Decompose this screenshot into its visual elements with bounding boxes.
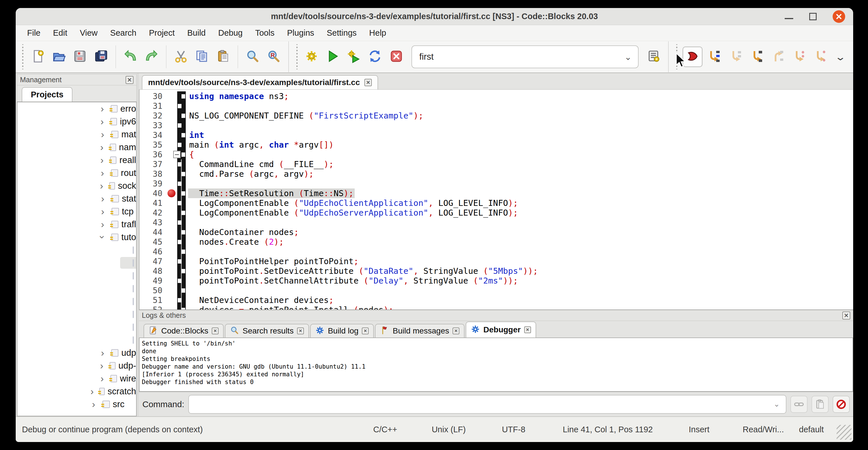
title-bar[interactable]: mnt/dev/tools/source/ns-3-dev/examples/t… — [16, 8, 853, 25]
find-button[interactable] — [243, 48, 262, 66]
run-button[interactable] — [323, 48, 342, 66]
breakpoint-margin[interactable] — [167, 257, 177, 266]
resize-grip[interactable] — [837, 425, 851, 440]
code-line-47[interactable]: 47 PointToPointHelper pointToPoint; — [140, 257, 853, 266]
tree-collapse-icon[interactable]: › — [97, 233, 108, 242]
breakpoint-margin[interactable] — [167, 237, 177, 247]
log-tab-code-blocks[interactable]: Code::Blocks✕ — [144, 324, 224, 337]
tree-item-stat[interactable]: ›stat — [18, 192, 136, 205]
code-line-39[interactable]: 39 — [140, 179, 853, 188]
tree-expand-icon[interactable]: › — [89, 399, 98, 410]
tree-item-he[interactable]: he — [18, 282, 136, 295]
code-line-37[interactable]: 37 CommandLine cmd (__FILE__); — [140, 159, 853, 169]
tree-item-udp[interactable]: ›udp — [18, 347, 136, 359]
tree-expand-icon[interactable]: › — [89, 386, 95, 397]
code-line-52[interactable]: 52 devices = pointToPoint.Install (nodes… — [140, 305, 853, 309]
copy-button[interactable] — [193, 48, 211, 66]
breakpoint-margin[interactable] — [167, 188, 177, 198]
menu-edit[interactable]: Edit — [47, 27, 73, 39]
breakpoint-margin[interactable] — [167, 169, 177, 179]
logs-close-icon[interactable]: ✕ — [842, 311, 850, 320]
command-input[interactable]: ⌄ — [188, 395, 786, 414]
breakpoint-margin[interactable] — [167, 130, 177, 140]
code-line-33[interactable]: 33 — [140, 120, 853, 130]
breakpoint-margin[interactable] — [167, 198, 177, 208]
management-close-icon[interactable]: ✕ — [126, 76, 133, 84]
tree-item-fif[interactable]: fif — [18, 244, 136, 257]
log-tab-close-icon[interactable]: ✕ — [524, 326, 531, 333]
editor-tab-close-icon[interactable]: ✕ — [364, 79, 372, 86]
log-tab-debugger[interactable]: Debugger✕ — [466, 322, 536, 337]
log-tab-close-icon[interactable]: ✕ — [212, 328, 219, 334]
code-line-51[interactable]: 51 NetDeviceContainer devices; — [140, 295, 853, 305]
tree-item-six[interactable]: six — [18, 321, 136, 333]
next-line-button[interactable] — [726, 48, 745, 66]
breakpoint-margin[interactable] — [167, 208, 177, 217]
breakpoint-margin[interactable] — [167, 295, 177, 305]
undo-button[interactable] — [121, 48, 140, 66]
code-editor[interactable]: 30using namespace ns3;3132NS_LOG_COMPONE… — [139, 90, 853, 309]
tree-item-ipv6[interactable]: ›ipv6 — [18, 115, 136, 128]
tree-expand-icon[interactable]: › — [98, 219, 107, 230]
menu-view[interactable]: View — [73, 27, 104, 39]
menu-search[interactable]: Search — [104, 27, 143, 39]
log-tab-close-icon[interactable]: ✕ — [297, 328, 304, 334]
breakpoint-margin[interactable] — [167, 247, 177, 257]
tree-expand-icon[interactable]: › — [98, 206, 107, 217]
menu-build[interactable]: Build — [181, 27, 212, 39]
tree-item-wire[interactable]: ›wire — [18, 372, 136, 385]
breakpoint-margin[interactable] — [167, 91, 177, 101]
tree-expand-icon[interactable]: › — [98, 360, 105, 371]
next-instruction-button[interactable] — [790, 48, 808, 66]
stop-red-button[interactable] — [833, 396, 850, 413]
redo-button[interactable] — [143, 48, 161, 66]
tree-item-rout[interactable]: ›rout — [18, 167, 136, 179]
code-line-45[interactable]: 45 nodes.Create (2); — [140, 237, 853, 247]
code-line-30[interactable]: 30using namespace ns3; — [140, 91, 853, 101]
menu-debug[interactable]: Debug — [212, 27, 249, 39]
breakpoint-margin[interactable] — [167, 120, 177, 130]
code-line-48[interactable]: 48 pointToPoint.SetDeviceAttribute ("Dat… — [140, 266, 853, 276]
code-line-43[interactable]: 43 — [140, 217, 853, 227]
tree-item-se[interactable]: se — [18, 308, 136, 321]
breakpoint-margin[interactable] — [167, 276, 177, 286]
step-out-button[interactable] — [769, 48, 787, 66]
tree-expand-icon[interactable]: › — [98, 116, 106, 127]
tree-item-th[interactable]: th — [18, 333, 136, 347]
replace-button[interactable]: R — [265, 48, 283, 66]
tree-expand-icon[interactable]: › — [98, 180, 105, 191]
tree-item-se[interactable]: se — [18, 295, 136, 308]
menu-file[interactable]: File — [21, 27, 47, 39]
menu-help[interactable]: Help — [363, 27, 393, 39]
tree-item-trafl[interactable]: ›trafl — [18, 218, 136, 231]
breakpoint-margin[interactable] — [167, 179, 177, 188]
open-file-button[interactable] — [50, 48, 68, 66]
minimize-button[interactable] — [785, 18, 793, 19]
breakpoint-icon[interactable] — [167, 189, 176, 197]
tree-expand-icon[interactable]: › — [98, 154, 106, 166]
tree-item-udp[interactable]: ›udp- — [18, 359, 136, 372]
code-line-50[interactable]: 50 — [140, 286, 853, 295]
menu-plugins[interactable]: Plugins — [281, 27, 320, 39]
tree-item-nam[interactable]: ›nam — [18, 141, 136, 154]
tree-item-erro[interactable]: ›erro — [18, 102, 136, 115]
paste-button[interactable] — [214, 48, 232, 66]
tree-item-src[interactable]: ›src — [18, 398, 136, 411]
tree-expand-icon[interactable]: › — [98, 373, 106, 384]
code-line-41[interactable]: 41 LogComponentEnable ("UdpEchoClientApp… — [140, 198, 853, 208]
breakpoint-margin[interactable] — [167, 286, 177, 295]
compile-button[interactable] — [303, 48, 321, 66]
breakpoint-margin[interactable] — [167, 227, 177, 237]
toolbar-grip[interactable] — [295, 44, 299, 69]
code-line-42[interactable]: 42 LogComponentEnable ("UdpEchoServerApp… — [140, 208, 853, 217]
tree-item-scratch[interactable]: ›scratch — [18, 385, 136, 398]
tree-expand-icon[interactable]: › — [98, 347, 107, 358]
menu-project[interactable]: Project — [143, 27, 181, 39]
run-to-cursor-button[interactable] — [705, 48, 724, 66]
breakpoint-margin[interactable] — [167, 159, 177, 169]
tree-item-fo[interactable]: fo — [18, 269, 136, 282]
log-tab-search-results[interactable]: Search results✕ — [225, 324, 309, 337]
abort-button[interactable] — [387, 48, 405, 66]
code-line-31[interactable]: 31 — [140, 101, 853, 111]
debugger-output[interactable]: Setting SHELL to '/bin/sh'doneSetting br… — [139, 338, 853, 392]
